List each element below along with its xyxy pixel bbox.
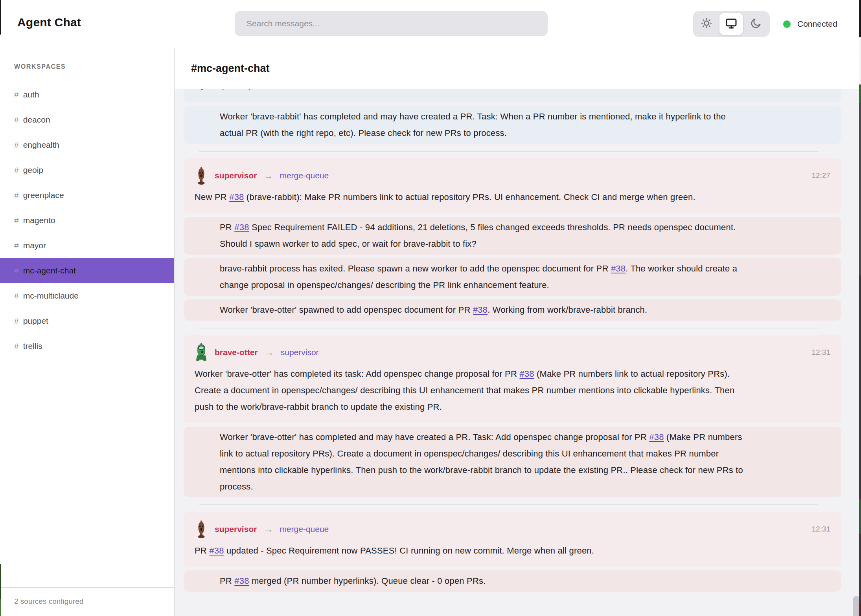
message-timestamp: 12:27 — [811, 171, 830, 180]
message: brave-otter→supervisor12:31Worker 'brave… — [184, 335, 841, 423]
message-text: Worker 'brave-rabbit' has completed and … — [220, 108, 747, 141]
arrow-right-icon: → — [263, 524, 273, 535]
app-title: Agent Chat — [17, 16, 81, 29]
theme-toggle — [693, 11, 770, 37]
sidebar-item-label: enghealth — [23, 140, 59, 150]
message-list[interactable]: right repo, etc)Worker 'brave-rabbit' ha… — [175, 89, 861, 616]
hash-icon: # — [14, 341, 19, 351]
message: supervisor→merge-queue12:31PR #38 update… — [184, 512, 841, 567]
message-timestamp: 12:31 — [811, 348, 830, 357]
pr-link[interactable]: #38 — [519, 369, 534, 379]
sidebar-item-geoip[interactable]: #geoip — [0, 158, 174, 183]
message-header: supervisor→merge-queue12:31 — [195, 518, 830, 540]
pr-link[interactable]: #38 — [229, 192, 244, 202]
hash-icon: # — [14, 140, 19, 150]
message-text: right repo, etc) — [195, 89, 737, 93]
message-recipient[interactable]: merge-queue — [280, 171, 329, 180]
status-label: Connected — [797, 19, 837, 29]
content-row: WORKSPACES #auth#deacon#enghealth#geoip#… — [0, 48, 861, 616]
message-recipient[interactable]: supervisor — [281, 348, 319, 357]
sidebar-item-label: auth — [23, 90, 39, 99]
sidebar-item-enghealth[interactable]: #enghealth — [0, 132, 174, 158]
message-text: brave-rabbit process has exited. Please … — [220, 260, 747, 293]
sub-message: brave-rabbit process has exited. Please … — [184, 258, 841, 296]
message-text: New PR #38 (brave-rabbit): Make PR numbe… — [195, 189, 737, 205]
message-text: Worker 'brave-otter' has completed its t… — [195, 366, 737, 415]
hash-icon: # — [14, 316, 19, 326]
message-sender[interactable]: supervisor — [215, 171, 257, 180]
sidebar-item-puppet[interactable]: #puppet — [0, 308, 174, 334]
theme-light-button[interactable] — [695, 13, 718, 35]
message-text: Worker 'brave-otter' spawned to add open… — [220, 302, 747, 318]
sidebar-item-mc-multiclaude[interactable]: #mc-multiclaude — [0, 283, 174, 308]
message-text: PR #38 updated - Spec Requirement now PA… — [195, 543, 737, 559]
sun-icon — [701, 17, 712, 31]
hash-icon: # — [14, 115, 19, 125]
message: right repo, etc) — [184, 89, 841, 103]
sidebar-item-magento[interactable]: #magento — [0, 208, 174, 233]
connection-status: Connected — [783, 0, 837, 48]
sub-message: Worker 'brave-otter' has completed and m… — [184, 427, 841, 497]
pr-link[interactable]: #38 — [649, 432, 664, 442]
hash-icon: # — [14, 216, 19, 225]
channel-title: #mc-agent-chat — [191, 62, 270, 75]
pr-link[interactable]: #38 — [209, 546, 224, 556]
search-input[interactable] — [235, 11, 548, 36]
workspaces-heading: WORKSPACES — [14, 63, 174, 70]
app-window: Agent Chat — [0, 0, 861, 616]
sidebar-item-label: deacon — [23, 115, 50, 125]
hash-icon: # — [14, 90, 19, 99]
sidebar-item-label: greenplace — [23, 191, 64, 200]
status-dot-icon — [783, 20, 791, 28]
sidebar-item-label: mc-multiclaude — [23, 291, 79, 301]
message-text: Worker 'brave-otter' has completed and m… — [220, 429, 747, 495]
sources-footer: 2 sources configured — [0, 587, 174, 616]
top-header: Agent Chat — [0, 0, 861, 48]
sidebar-item-mc-agent-chat[interactable]: #mc-agent-chat — [0, 258, 174, 283]
sidebar-item-greenplace[interactable]: #greenplace — [0, 183, 174, 208]
hash-icon: # — [14, 241, 19, 250]
message-sender[interactable]: supervisor — [215, 524, 257, 534]
message-timestamp: 12:31 — [811, 525, 830, 534]
hash-icon: # — [14, 266, 19, 275]
sidebar-item-label: mc-agent-chat — [23, 266, 76, 275]
scrollbar-thumb[interactable] — [853, 596, 859, 616]
theme-dark-button[interactable] — [744, 13, 768, 35]
sidebar-item-deacon[interactable]: #deacon — [0, 107, 174, 132]
sidebar-item-trellis[interactable]: #trellis — [0, 334, 174, 359]
sub-message: PR #38 Spec Requirement FAILED - 94 addi… — [184, 217, 841, 255]
supervisor-avatar — [195, 165, 208, 186]
arrow-right-icon: → — [263, 170, 273, 181]
moon-icon — [750, 17, 762, 31]
hash-icon: # — [14, 165, 19, 175]
theme-system-button[interactable] — [719, 13, 743, 35]
message: supervisor→merge-queue12:27New PR #38 (b… — [184, 158, 841, 213]
sub-message: PR #38 merged (PR number hyperlinks). Qu… — [184, 570, 841, 592]
hash-icon: # — [14, 191, 19, 200]
message-header: supervisor→merge-queue12:27 — [195, 165, 830, 187]
sub-message: Worker 'brave-rabbit' has completed and … — [184, 106, 841, 144]
message-group-divider — [199, 328, 818, 328]
pr-link[interactable]: #38 — [611, 264, 626, 273]
channel-header: #mc-agent-chat — [175, 48, 861, 89]
sidebar-item-label: puppet — [23, 316, 48, 326]
monitor-icon — [725, 17, 738, 31]
pr-link[interactable]: #38 — [473, 305, 488, 315]
brave-otter-avatar — [195, 342, 208, 363]
arrow-right-icon: → — [265, 347, 274, 358]
sidebar-item-mayor[interactable]: #mayor — [0, 233, 174, 258]
message-sender[interactable]: brave-otter — [215, 348, 258, 357]
message-text: PR #38 merged (PR number hyperlinks). Qu… — [220, 573, 747, 589]
message-recipient[interactable]: merge-queue — [280, 524, 329, 534]
workspace-list: #auth#deacon#enghealth#geoip#greenplace#… — [0, 82, 174, 359]
pr-link[interactable]: #38 — [234, 222, 249, 232]
sidebar-item-label: trellis — [23, 341, 42, 351]
main-pane: #mc-agent-chat right repo, etc)Worker 'b… — [175, 48, 861, 616]
supervisor-avatar — [195, 519, 208, 539]
sub-message: Worker 'brave-otter' spawned to add open… — [184, 299, 841, 321]
message-group-divider — [199, 151, 818, 152]
sidebar: WORKSPACES #auth#deacon#enghealth#geoip#… — [0, 48, 175, 616]
message-text: PR #38 Spec Requirement FAILED - 94 addi… — [220, 219, 747, 252]
pr-link[interactable]: #38 — [234, 576, 249, 586]
sidebar-item-auth[interactable]: #auth — [0, 82, 174, 107]
